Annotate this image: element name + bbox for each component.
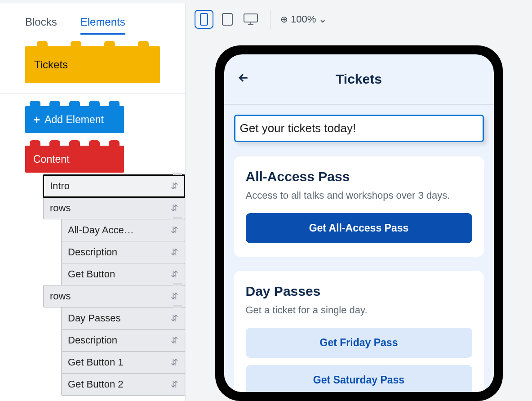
phone-title: Tickets [224,71,494,87]
chevron-down-icon: ⌄ [319,13,327,25]
card-title: Day Passes [246,284,472,299]
zoom-control[interactable]: ⊕ 100% ⌄ [280,13,327,25]
content-block[interactable]: Content [25,146,124,173]
content-block-label: Content [33,153,70,165]
drag-handle-icon[interactable]: ⇵ [171,269,178,280]
get-all-access-button[interactable]: Get All-Access Pass [246,213,472,243]
tree-item-label: Get Button [68,268,115,280]
tree-item-get-button-2[interactable]: Get Button 2 ⇵ [61,373,185,396]
drag-handle-icon[interactable]: ⇵ [171,335,178,346]
back-button[interactable] [238,72,249,87]
tree-item-intro[interactable]: Intro ⇵ [43,175,185,197]
preview-area: ⊕ 100% ⌄ Tickets All-Ac [186,3,532,401]
phone-frame: Tickets All-Access Pass Access to all ta… [215,45,503,401]
tree-item-label: rows [50,202,71,214]
tree-item-label: Description [68,334,117,346]
drag-handle-icon[interactable]: ⇵ [171,203,178,214]
tree-item-get-button-1[interactable]: Get Button 1 ⇵ [61,351,185,374]
tree-item-label: Description [68,246,117,258]
tree-item-get-button[interactable]: Get Button ⇵ [61,263,185,285]
arrow-left-icon [238,72,249,84]
drag-handle-icon[interactable]: ⇵ [171,225,178,236]
drag-handle-icon[interactable]: ⇵ [171,357,178,368]
phone-icon [200,13,208,26]
desktop-icon [243,13,258,26]
device-desktop-button[interactable] [241,10,260,29]
plus-icon: + [33,113,40,127]
drag-handle-icon[interactable]: ⇵ [171,247,178,258]
add-element-label: Add Element [44,114,104,126]
phone-header: Tickets [224,54,494,105]
tree-item-rows-1[interactable]: rows ⇵ [43,197,185,219]
drag-handle-icon[interactable]: ⇵ [171,291,178,302]
tab-elements[interactable]: Elements [80,16,125,35]
sidebar-tabs: Blocks Elements [0,3,185,35]
preview-toolbar: ⊕ 100% ⌄ [186,3,532,36]
canvas: Tickets All-Access Pass Access to all ta… [186,36,532,401]
card-title: All-Access Pass [246,169,472,184]
tree-item-rows-2[interactable]: rows ⇵ [43,285,185,307]
tab-blocks[interactable]: Blocks [25,16,57,35]
device-phone-button[interactable] [195,10,213,29]
ticket-block-label: Tickets [34,58,68,71]
tree-item-day-passes[interactable]: Day Passes ⇵ [61,307,185,330]
tree-item-label: rows [50,290,71,302]
svg-rect-0 [200,13,208,25]
zoom-label: 100% [291,13,316,25]
drag-handle-icon[interactable]: ⇵ [171,379,178,390]
phone-content: All-Access Pass Access to all talks and … [224,105,494,392]
device-tablet-button[interactable] [218,10,237,29]
svg-rect-2 [244,14,257,22]
zoom-in-icon: ⊕ [280,14,288,25]
get-saturday-pass-button[interactable]: Get Saturday Pass [246,365,472,392]
drag-handle-icon[interactable]: ⇵ [171,181,178,192]
ticket-block[interactable]: Tickets [25,46,160,83]
tablet-icon [222,13,233,26]
sidebar: Blocks Elements Tickets + Add Element Co… [0,3,186,401]
tree-item-label: Get Button 1 [68,356,124,368]
tree-item-all-day[interactable]: All-Day Acce… ⇵ [61,219,185,241]
svg-rect-1 [222,13,232,25]
tree-item-label: Intro [50,180,70,192]
get-friday-pass-button[interactable]: Get Friday Pass [246,328,472,358]
ticket-block-section: Tickets [0,35,185,94]
card-all-access: All-Access Pass Access to all talks and … [234,156,484,257]
intro-input[interactable] [234,115,484,142]
drag-handle-icon[interactable]: ⇵ [171,313,178,324]
tree-item-label: All-Day Acce… [68,224,134,236]
tree-item-description-1[interactable]: Description ⇵ [61,241,185,263]
card-description: Get a ticket for a single day. [246,304,472,316]
device-group [195,10,270,29]
tree-item-description-2[interactable]: Description ⇵ [61,329,185,352]
add-element-button[interactable]: + Add Element [25,106,124,133]
card-day-passes: Day Passes Get a ticket for a single day… [234,271,484,392]
card-description: Access to all talks and workshops over 3… [246,190,472,201]
elements-panel: + Add Element Content Intro ⇵ rows ⇵ [0,94,185,396]
tree-item-label: Get Button 2 [68,379,124,390]
tree-item-label: Day Passes [68,312,120,324]
